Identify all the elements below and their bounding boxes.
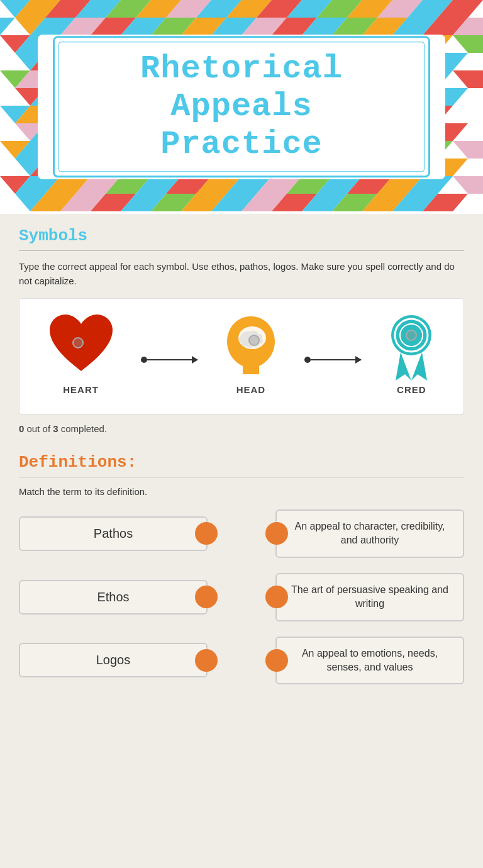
symbols-box: HEART HEAD [19, 298, 464, 415]
svg-marker-32 [0, 18, 15, 35]
svg-marker-195 [411, 352, 427, 381]
main-content: Symbols Type the correct appeal for each… [0, 214, 483, 712]
completion-total: 3 [53, 423, 58, 434]
term-ethos-connector[interactable] [195, 586, 218, 608]
cred-label: CRED [397, 384, 426, 395]
arrow2 [304, 344, 361, 363]
definitions-section: Definitions: Match the term to its defin… [19, 453, 464, 684]
symbols-row: HEART HEAD [32, 311, 451, 395]
def-persuasive-connector[interactable] [265, 586, 288, 608]
cred-icon [383, 311, 440, 381]
header-section: Rhetorical Appeals Practice [0, 0, 483, 214]
def-emotions-connector[interactable] [265, 649, 288, 672]
completion-text: 0 out of 3 completed. [19, 423, 464, 434]
symbols-section: Symbols Type the correct appeal for each… [19, 226, 464, 434]
cred-symbol-item: CRED [383, 311, 440, 395]
arrow1-dot [141, 357, 147, 363]
svg-point-196 [406, 330, 416, 340]
head-icon [219, 311, 282, 381]
arrow1 [141, 344, 197, 363]
heart-symbol-item: HEART [43, 311, 119, 395]
svg-point-190 [249, 335, 259, 345]
head-label: HEAD [236, 384, 266, 395]
term-pathos-connector[interactable] [195, 522, 218, 545]
definition-character[interactable]: An appeal to character, credibility, and… [275, 509, 464, 558]
definition-persuasive[interactable]: The art of persuasive speaking and writi… [275, 573, 464, 621]
head-symbol-item: HEAD [219, 311, 282, 395]
symbols-divider [19, 250, 464, 251]
matching-row-2: Ethos The art of persuasive speaking and… [19, 573, 464, 621]
term-ethos[interactable]: Ethos [19, 580, 208, 615]
svg-marker-194 [396, 352, 411, 381]
completion-suffix: completed. [61, 423, 107, 434]
svg-marker-140 [453, 141, 483, 159]
arrow1-line [147, 359, 197, 360]
completion-count: 0 [19, 423, 24, 434]
svg-point-188 [73, 338, 83, 348]
symbols-section-title: Symbols [19, 226, 464, 245]
heart-label: HEART [63, 384, 99, 395]
term-pathos[interactable]: Pathos [19, 516, 208, 551]
svg-marker-48 [453, 35, 483, 53]
term-logos[interactable]: Logos [19, 643, 208, 677]
matching-row-1: Pathos An appeal to character, credibili… [19, 509, 464, 558]
definitions-section-title: Definitions: [19, 453, 464, 472]
symbols-instructions: Type the correct appeal for each symbol.… [19, 260, 464, 288]
match-instructions: Match the term to its definition. [19, 486, 464, 497]
page-title: Rhetorical Appeals Practice [80, 50, 403, 163]
heart-icon [43, 311, 119, 381]
arrow2-dot [304, 357, 311, 363]
def-character-connector[interactable] [265, 522, 288, 545]
arrow2-line [311, 359, 361, 360]
svg-marker-171 [453, 176, 483, 194]
definition-emotions[interactable]: An appeal to emotions, needs, senses, an… [275, 637, 464, 685]
term-logos-connector[interactable] [195, 649, 218, 672]
title-card: Rhetorical Appeals Practice [53, 36, 430, 177]
matching-row-3: Logos An appeal to emotions, needs, sens… [19, 637, 464, 685]
definitions-divider [19, 477, 464, 477]
svg-marker-79 [453, 70, 483, 88]
